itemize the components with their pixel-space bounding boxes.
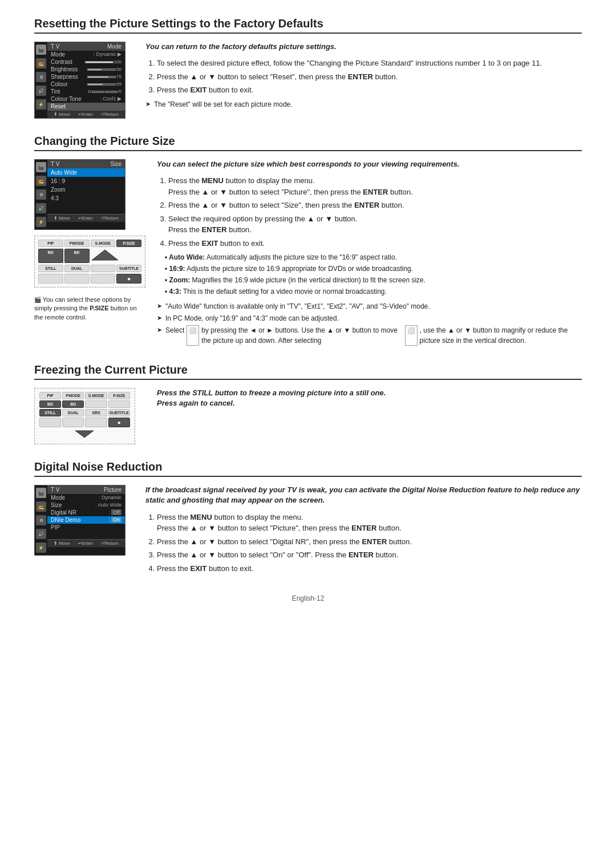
tv-dnr-pip: PIP (47, 524, 125, 531)
freeze-btn-srs: SRS (85, 409, 107, 416)
size-bullet-169: 16:9: Adjusts the picture size to 16:9 a… (165, 264, 582, 274)
tv-menu-header: T VMode (47, 42, 125, 51)
tv-menu-row-reset: Reset (47, 103, 125, 110)
tv-menu-row-tint: Tint G R (47, 88, 125, 95)
freeze-content: Press the STILL button to freeze a movin… (157, 388, 582, 414)
tv-size-icon-4: 🔊 (36, 203, 46, 213)
page-number: English-12 (292, 594, 325, 602)
freeze-btn-subtitle: SUBTITLE (108, 409, 130, 416)
btn-row4-3 (91, 274, 116, 284)
section-freeze-title: Freezing the Current Picture (34, 363, 582, 380)
tv-dnr-size: Size: Auto Wide (47, 501, 125, 509)
tv-menu-row-sharpness: Sharpness 75 (47, 73, 125, 80)
reset-step-3: Press the EXIT button to exit. (157, 84, 582, 96)
size-note-1: "Auto Wide" function is available only i… (157, 301, 582, 311)
tv-size-item-169: 16 : 9 (47, 177, 125, 185)
tv-icon-4: 🔊 (36, 86, 46, 96)
remote-psize-caption: 🎬 You can select these options by simply… (34, 295, 145, 322)
tv-size-icon-1: 🎬 (36, 162, 46, 172)
dnr-intro: If the broadcast signal received by your… (145, 485, 582, 505)
size-bullet-autowide: Auto Wide: Automatically adjusts the pic… (165, 252, 582, 262)
picture-size-content: You can select the picture size which be… (157, 159, 582, 347)
dnr-step-2: Press the ▲ or ▼ button to select "Digit… (157, 536, 582, 548)
size-step-3: Select the required option by pressing t… (168, 213, 582, 236)
size-step-4: Press the EXIT button to exit. (168, 238, 582, 249)
freeze-btn-pmode: PMODE (62, 392, 84, 399)
freeze-intro: Press the STILL button to freeze a movin… (157, 388, 582, 408)
remote-psize: PIP PMODE S.MODE P.SIZE BD BD STILL (34, 236, 145, 288)
tv-menu-row-colourtone: Colour Tone: Cool1 ▶ (47, 95, 125, 103)
freeze-btn-pip: PIP (39, 392, 61, 399)
freeze-btn-smode: S.MODE (85, 392, 107, 399)
freeze-btn-r4-2 (62, 418, 84, 427)
freeze-btn-empty1 (85, 400, 107, 408)
size-step-2: Press the ▲ or ▼ button to select "Size"… (168, 200, 582, 211)
tv-size-icon-3: ⚙ (36, 189, 46, 200)
tv-dnr-icon-3: ⚙ (36, 515, 46, 525)
tv-dnr-icon-5: ⚡ (36, 543, 46, 553)
tv-icon-5: ⚡ (36, 99, 46, 110)
dnr-content: If the broadcast signal received by your… (145, 485, 582, 577)
section-resetting-title: Resetting the Picture Settings to the Fa… (34, 17, 582, 34)
btn-row4-2 (64, 274, 90, 284)
btn-row4-1 (38, 274, 63, 284)
tv-menu-row-brightness: Brightness 50 (47, 66, 125, 73)
section-dnr: Digital Noise Reduction 🎬 📻 ⚙ 🔊 ⚡ T VPic… (34, 460, 582, 577)
freeze-btn-r4-1 (39, 418, 61, 427)
page-footer: English-12 (34, 594, 582, 602)
btn-still: STILL (38, 265, 63, 272)
tv-dnr-header: T VPicture (47, 485, 125, 494)
btn-smode: S.MODE (91, 240, 116, 247)
tv-size-menu-header: T VSize (47, 160, 125, 168)
tv-menu-row-colour: Colour 55 (47, 80, 125, 88)
tv-dnr-mode: Mode: Dynamic (47, 494, 125, 501)
tv-dnr-footer: ⬆ Move↵Enter⏎Return (47, 539, 125, 547)
tv-menu-size: 🎬 📻 ⚙ 🔊 ⚡ T VSize Auto Wide 16 : 9 Zoom … (34, 159, 125, 230)
tv-size-menu-footer: ⬆ Move↵Enter⏎Return (47, 214, 125, 222)
btn-bd2: BD (64, 249, 90, 263)
dnr-instructions: Press the MENU button to display the men… (145, 512, 582, 574)
freeze-btn-psize: P.SIZE (108, 392, 130, 399)
size-bullet-43: 4:3: This is the default setting for a v… (165, 286, 582, 297)
freeze-btn-still[interactable]: STILL (39, 409, 61, 416)
tv-icon-1: 🎬 (36, 44, 46, 55)
freeze-btn-empty2 (108, 400, 130, 408)
reset-step-2: Press the ▲ or ▼ button to select "Reset… (157, 71, 582, 83)
freeze-btn-dual: DUAL (62, 409, 84, 416)
dnr-step-3: Press the ▲ or ▼ button to select "On" o… (157, 549, 582, 561)
tv-dnr-dnr: Digital NR: Off (47, 509, 125, 516)
size-step-1: Press the MENU button to display the men… (168, 175, 582, 197)
section-picture-size-title: Changing the Picture Size (34, 135, 582, 151)
tv-icon-2: 📻 (36, 58, 46, 68)
btn-pmode: PMODE (64, 240, 90, 247)
btn-srs-empty (91, 265, 116, 272)
picture-size-instructions: Press the MENU button to display the men… (157, 175, 582, 346)
tv-dnr-icon-2: 📻 (36, 501, 46, 512)
svg-marker-0 (92, 250, 118, 260)
resetting-content: You can return to the factory defaults p… (145, 42, 582, 111)
tv-dnr-dniedemo: DNIe Demo: On (47, 516, 125, 524)
size-note-3: Select ⬜ by pressing the ◄ or ► buttons.… (157, 325, 582, 346)
btn-psize[interactable]: P.SIZE (116, 240, 141, 247)
tv-size-item-autowide: Auto Wide (47, 168, 125, 177)
picture-size-intro: You can select the picture size which be… (157, 159, 582, 169)
svg-marker-1 (75, 431, 94, 438)
tv-dnr-icon-1: 🎬 (36, 488, 46, 498)
tv-size-item-zoom: Zoom (47, 185, 125, 194)
freeze-btn-dot: ● (108, 418, 130, 427)
tv-icon-3: ⚙ (36, 72, 46, 82)
tv-dnr-icon-4: 🔊 (36, 529, 46, 539)
tv-menu-footer: ⬆ Move↵Enter⏎Return (47, 110, 125, 118)
size-bullet-zoom: Zoom: Magnifies the 16:9 wide picture (i… (165, 275, 582, 285)
resetting-intro: You can return to the factory defaults p… (145, 42, 582, 52)
section-picture-size: Changing the Picture Size 🎬 📻 ⚙ 🔊 ⚡ T VS… (34, 135, 582, 347)
reset-note-1: The "Reset" will be set for each picture… (145, 99, 582, 110)
btn-pip: PIP (38, 240, 63, 247)
reset-step-1: To select the desired picture effect, fo… (157, 58, 582, 69)
btn-dot: ● (116, 274, 141, 284)
remote-freeze: PIP PMODE S.MODE P.SIZE BD BD STILL DUAL… (34, 388, 135, 444)
resetting-instructions: To select the desired picture effect, fo… (145, 58, 582, 110)
tv-menu-row-mode: Mode: Dynamic ▶ (47, 51, 125, 58)
btn-bd1: BD (38, 249, 63, 263)
section-dnr-title: Digital Noise Reduction (34, 460, 582, 477)
